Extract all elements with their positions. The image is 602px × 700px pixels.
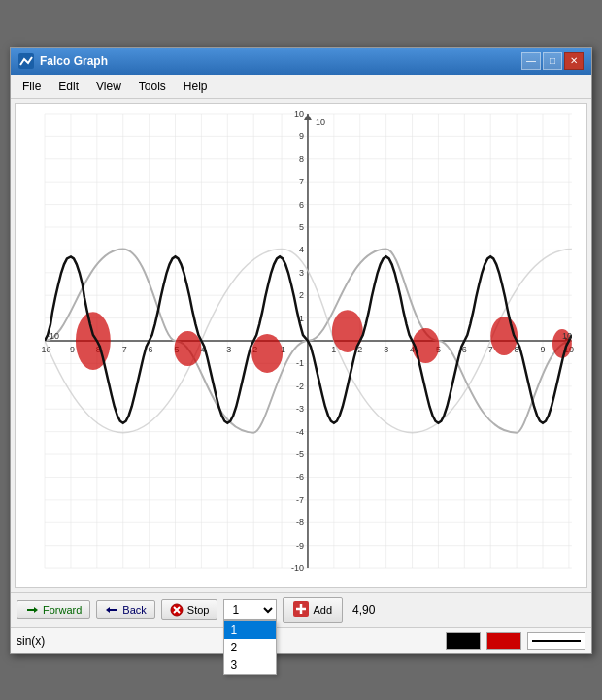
svg-text:-3: -3 [296,404,304,414]
svg-text:10: 10 [294,108,304,117]
menu-edit[interactable]: Edit [50,77,86,96]
svg-text:10: 10 [316,117,325,126]
svg-text:-10: -10 [47,331,59,341]
dropdown-select[interactable]: 1 2 3 [223,599,277,620]
svg-point-90 [175,331,202,366]
forward-button[interactable]: Forward [17,600,90,619]
svg-text:-8: -8 [296,517,304,527]
svg-marker-101 [106,607,110,613]
window-title: Falco Graph [40,54,108,68]
color-swatch-red[interactable] [486,632,521,650]
back-button[interactable]: Back [96,600,154,619]
svg-text:3: 3 [299,267,304,277]
maximize-button[interactable]: □ [543,52,562,70]
svg-text:6: 6 [299,199,304,209]
coord-display: 4,90 [352,603,375,617]
svg-point-91 [251,334,283,373]
title-bar-left: Falco Graph [18,53,108,69]
svg-text:-1: -1 [296,358,304,368]
title-bar-buttons: — □ ✕ [521,52,584,70]
svg-text:-6: -6 [296,472,304,482]
title-bar: Falco Graph — □ ✕ [11,48,591,75]
svg-text:-2: -2 [296,381,304,390]
svg-text:9: 9 [299,131,304,141]
svg-text:-7: -7 [296,494,304,504]
line-style-icon [532,639,581,643]
close-button[interactable]: ✕ [564,52,584,70]
minimize-button[interactable]: — [521,52,541,70]
dropdown-open-list: 1 2 3 [223,620,277,675]
svg-marker-47 [304,113,312,119]
svg-point-89 [76,312,111,370]
svg-point-93 [413,328,440,363]
dropdown-option-3[interactable]: 3 [224,656,276,674]
main-window: Falco Graph — □ ✕ File Edit View Tools H… [10,47,592,654]
add-button[interactable]: Add [283,597,343,623]
formula-bar: sin(x) [11,627,591,653]
line-style-dropdown[interactable] [527,632,585,650]
dropdown-option-1[interactable]: 1 [224,621,276,639]
back-icon [105,604,118,616]
bottom-toolbar: Forward Back Stop 1 2 3 [11,592,591,627]
add-icon [293,601,309,619]
svg-text:-3: -3 [223,344,231,353]
svg-text:5: 5 [299,221,304,231]
menu-bar: File Edit View Tools Help [11,75,591,99]
svg-text:-5: -5 [296,450,304,459]
stop-button[interactable]: Stop [161,599,218,620]
svg-text:-4: -4 [296,426,304,436]
menu-tools[interactable]: Tools [131,77,174,96]
dropdown-option-2[interactable]: 2 [224,639,276,656]
svg-text:-7: -7 [119,344,127,353]
color-swatch-black[interactable] [446,632,481,650]
svg-text:9: 9 [541,344,546,353]
svg-text:-9: -9 [296,540,304,550]
svg-text:7: 7 [299,177,304,186]
svg-text:10: 10 [562,331,572,341]
svg-text:4: 4 [299,245,304,254]
graph-area: -10 -9 -8 -7 -6 -5 -4 -3 -2 -1 1 2 3 4 5… [15,103,587,588]
menu-file[interactable]: File [15,77,49,96]
app-icon [18,53,34,69]
add-svg-icon [293,601,309,617]
add-label: Add [313,604,332,616]
graph-svg[interactable]: -10 -9 -8 -7 -6 -5 -4 -3 -2 -1 1 2 3 4 5… [16,104,586,587]
svg-text:-10: -10 [291,563,304,573]
forward-icon [25,604,39,616]
svg-text:8: 8 [299,153,304,163]
svg-text:2: 2 [299,290,304,300]
menu-view[interactable]: View [88,77,129,96]
svg-marker-99 [34,607,38,613]
stop-icon [170,603,184,617]
number-dropdown[interactable]: 1 2 3 1 2 3 [223,599,277,620]
svg-text:-9: -9 [67,344,75,353]
menu-help[interactable]: Help [176,77,216,96]
svg-text:3: 3 [384,344,388,353]
